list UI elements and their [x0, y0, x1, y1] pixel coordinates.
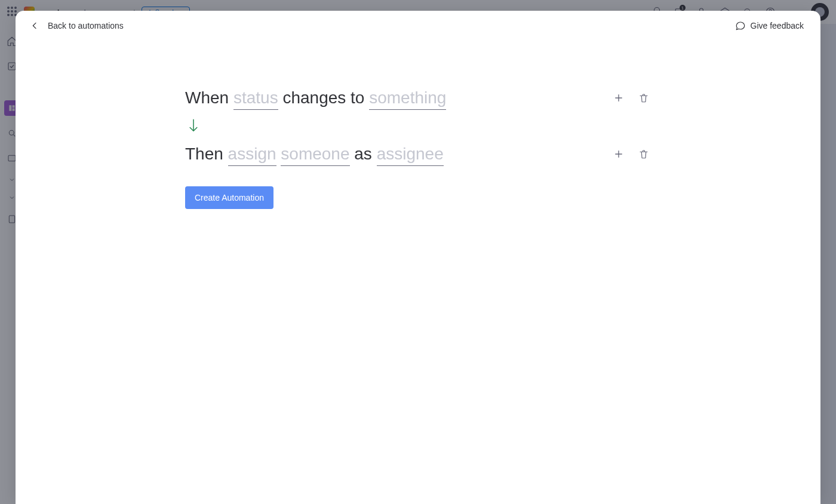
action-row: Then assign someone as assignee [185, 142, 651, 166]
action-prefix: Then [185, 142, 228, 166]
add-trigger-button[interactable] [611, 91, 626, 105]
trigger-text: When status changes to something [185, 86, 446, 110]
back-label: Back to automations [48, 21, 124, 30]
automation-builder: When status changes to something [185, 86, 651, 504]
automation-builder-modal: Back to automations Give feedback When s… [16, 11, 820, 504]
trigger-column-slot[interactable]: status [233, 86, 278, 110]
action-space1 [276, 142, 281, 166]
trigger-prefix: When [185, 86, 233, 110]
feedback-label: Give feedback [751, 21, 804, 30]
action-middle: as [350, 142, 377, 166]
create-row: Create Automation [185, 186, 651, 209]
flow-arrow-row [185, 110, 651, 142]
trigger-value-slot[interactable]: something [369, 86, 446, 110]
trigger-actions [611, 91, 651, 105]
back-to-automations-link[interactable]: Back to automations [30, 21, 124, 30]
give-feedback-link[interactable]: Give feedback [735, 20, 804, 31]
delete-action-button[interactable] [637, 147, 651, 161]
trigger-row: When status changes to something [185, 86, 651, 110]
arrow-down-icon [188, 118, 199, 134]
delete-trigger-button[interactable] [637, 91, 651, 105]
trigger-middle: changes to [278, 86, 370, 110]
action-person-slot[interactable]: someone [281, 142, 349, 166]
modal-header: Back to automations Give feedback [16, 11, 820, 38]
chat-icon [735, 20, 746, 31]
action-verb-slot[interactable]: assign [228, 142, 276, 166]
action-actions [611, 147, 651, 161]
plus-icon [613, 93, 624, 103]
trash-icon [638, 149, 649, 159]
action-text: Then assign someone as assignee [185, 142, 444, 166]
action-role-slot[interactable]: assignee [377, 142, 444, 166]
trash-icon [638, 93, 649, 103]
add-action-button[interactable] [611, 147, 626, 161]
modal-body: When status changes to something [16, 38, 820, 504]
chevron-left-icon [30, 21, 39, 30]
plus-icon [613, 149, 624, 159]
create-automation-button[interactable]: Create Automation [185, 186, 273, 209]
